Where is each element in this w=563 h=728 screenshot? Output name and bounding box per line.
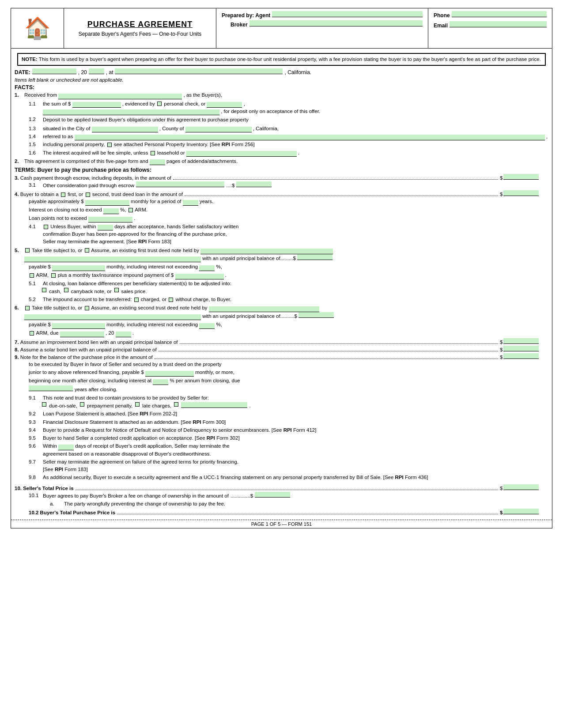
late-charges-checkbox[interactable] <box>135 402 140 407</box>
sum-field[interactable] <box>72 102 121 108</box>
personal-check-checkbox[interactable] <box>157 102 162 106</box>
item-9-4: 9.4 Buyer to provide a Request for Notic… <box>29 426 548 434</box>
item-10: 10. Seller's Total Price is $ <box>15 484 548 491</box>
interest-rate-field-9[interactable] <box>153 379 168 385</box>
referred-as-field[interactable] <box>75 135 545 140</box>
impound-amount-field-5[interactable] <box>175 274 224 279</box>
other-consideration-field[interactable] <box>136 181 224 187</box>
impound-checkbox-5[interactable] <box>51 273 56 278</box>
email-field[interactable] <box>450 21 547 27</box>
item-9-5-content: Buyer to hand Seller a completed credit … <box>43 434 240 442</box>
item-4-content: 4. Buyer to obtain a first, or second, t… <box>15 192 183 197</box>
item-10-1-amount[interactable] <box>255 492 290 498</box>
unless-checkbox[interactable] <box>44 225 48 229</box>
due-date-field-6[interactable] <box>60 332 104 337</box>
pages-field[interactable] <box>150 159 165 165</box>
payable-to-field[interactable] <box>43 109 219 115</box>
phone-field[interactable] <box>452 11 547 17</box>
item-5-monthly-field[interactable] <box>52 265 105 271</box>
prepared-label: Prepared by: Agent <box>222 12 270 19</box>
sales-price-checkbox-5-1[interactable] <box>114 288 119 292</box>
other-payment-field[interactable] <box>207 102 242 108</box>
other-checkbox-9-1[interactable] <box>174 402 178 407</box>
item-7-content: 7. Assume an improvement bond lien with … <box>15 339 178 345</box>
date-field[interactable] <box>32 68 76 74</box>
item-5-rate-field[interactable] <box>199 265 215 271</box>
loan-points-field[interactable] <box>88 217 132 223</box>
item-9-cont4: years after closing. <box>29 385 548 394</box>
take-title-checkbox-5[interactable] <box>25 248 30 253</box>
cash-checkbox-5-1[interactable] <box>42 288 46 292</box>
header-section: 🏠 PURCHASE AGREEMENT Separate Buyer's Ag… <box>11 8 552 49</box>
item-4-amount[interactable] <box>503 190 539 196</box>
carryback-monthly-field[interactable] <box>145 371 194 377</box>
item-9-cont1: to be executed by Buyer in favor of Sell… <box>29 361 548 369</box>
period-field[interactable] <box>183 200 198 206</box>
item-6-monthly-field[interactable] <box>52 323 105 329</box>
arm-checkbox-4[interactable] <box>128 208 133 212</box>
arm-checkbox-5[interactable] <box>30 273 34 278</box>
assume-checkbox-5[interactable] <box>85 248 89 253</box>
assume-checkbox-6[interactable] <box>85 306 89 310</box>
carryback-checkbox-5-1[interactable] <box>64 288 68 292</box>
broker-row: Broker <box>222 20 423 28</box>
item-8-amount[interactable] <box>503 346 539 351</box>
broker-label: Broker <box>222 22 248 28</box>
phone-label: Phone <box>434 12 450 19</box>
arm-checkbox-6[interactable] <box>30 331 34 336</box>
lender-name-field-5[interactable] <box>200 249 333 254</box>
lender-name-field-6[interactable] <box>209 306 319 312</box>
leasehold-checkbox[interactable] <box>151 151 155 155</box>
item-10-amount[interactable] <box>503 484 539 490</box>
title-box: PURCHASE AGREEMENT Separate Buyer's Agen… <box>64 8 216 48</box>
item-10-2-content: 10.2 Buyer's Total Purchase Price is <box>29 510 115 515</box>
take-title-checkbox-6[interactable] <box>25 306 30 310</box>
days-field-9-6[interactable] <box>58 445 74 450</box>
county-field[interactable] <box>185 127 252 132</box>
document-title: PURCHASE AGREEMENT <box>87 20 193 29</box>
location-field[interactable] <box>115 68 283 74</box>
item-6-rate-field[interactable] <box>199 323 215 329</box>
item-8-dollar: $ <box>500 346 548 352</box>
terms-title: TERMS: Buyer to pay the purchase price a… <box>15 167 548 173</box>
broker-field[interactable] <box>249 20 423 26</box>
item-10-2-dots <box>117 509 498 514</box>
leasehold-field[interactable] <box>186 151 297 157</box>
other-provisions-field[interactable] <box>181 402 247 408</box>
due-on-sale-checkbox[interactable] <box>42 402 46 407</box>
lender-info-field-6[interactable] <box>24 314 201 320</box>
item-5-balance[interactable] <box>297 254 333 260</box>
lender-info-field-5[interactable] <box>24 256 201 262</box>
personal-property-checkbox[interactable] <box>107 143 112 147</box>
due-year-field-6[interactable] <box>116 332 131 337</box>
item-7-amount[interactable] <box>503 338 539 344</box>
item-7: 7. Assume an improvement bond lien with … <box>15 338 548 345</box>
days-field-4-1[interactable] <box>98 225 113 230</box>
first-checkbox[interactable] <box>61 192 65 197</box>
prepared-box: Prepared by: Agent Broker <box>216 8 428 48</box>
item-6-balance[interactable] <box>299 312 334 318</box>
item-9-1: 9.1 This note and trust deed to contain … <box>29 394 548 402</box>
item-9-2-content: Loan Purpose Statement is attached. [See… <box>43 410 177 418</box>
agent-field[interactable] <box>272 11 423 17</box>
item-3-1: 3.1 Other consideration paid through esc… <box>29 181 548 189</box>
item-9-amount[interactable] <box>503 353 539 359</box>
charged-checkbox[interactable] <box>134 298 139 302</box>
prepayment-checkbox[interactable] <box>80 402 84 407</box>
document-page: 🏠 PURCHASE AGREEMENT Separate Buyer's Ag… <box>11 8 552 528</box>
monthly-payment-field[interactable] <box>85 200 129 206</box>
item-3-1-amount[interactable] <box>236 181 272 187</box>
item-10-2-amount[interactable] <box>503 509 539 514</box>
interest-rate-field[interactable] <box>103 208 119 214</box>
without-charge-checkbox[interactable] <box>169 298 173 302</box>
item-5-2-content: The impound account to be transferred: c… <box>43 296 231 303</box>
item-9-7: 9.7 Seller may terminate the agreement o… <box>29 458 548 474</box>
years-after-closing-field[interactable] <box>29 385 73 391</box>
year-field[interactable] <box>89 68 104 74</box>
city-field[interactable] <box>92 127 158 132</box>
facts-title: FACTS: <box>15 84 548 91</box>
item-3-amount[interactable] <box>503 174 539 180</box>
item-10-content: 10. Seller's Total Price is <box>15 486 74 491</box>
second-checkbox[interactable] <box>86 192 90 197</box>
buyer-name-field[interactable] <box>58 94 182 99</box>
